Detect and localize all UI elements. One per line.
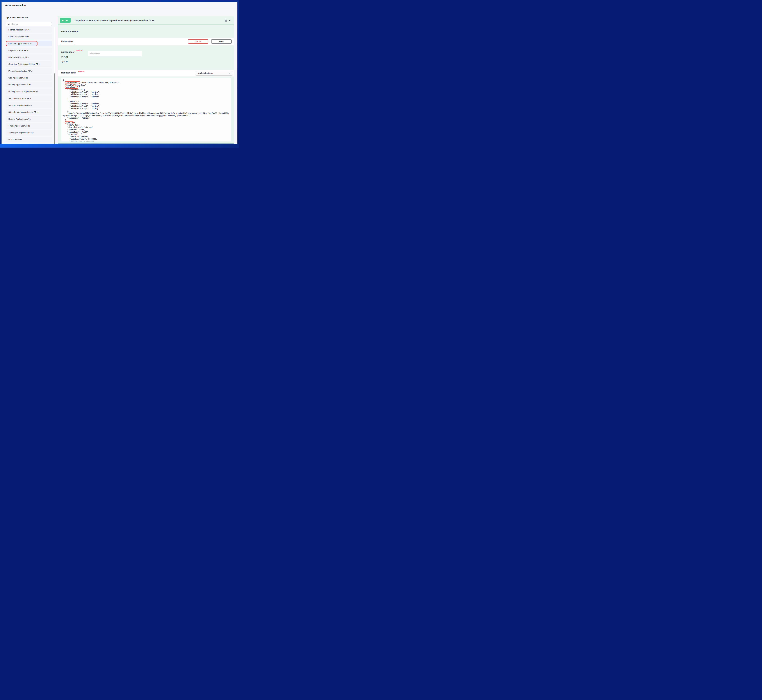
sidebar-item-label: Security Application APIs <box>8 97 31 100</box>
content-type-select[interactable]: application/json <box>196 71 232 75</box>
collapse-chevron-icon[interactable] <box>229 20 231 21</box>
app-header: API Documentation <box>2 2 237 9</box>
sidebar-item-label: Routing Application APIs <box>8 84 31 86</box>
red-highlight-box: "spec": <box>65 122 73 123</box>
namespace-input[interactable] <box>88 51 142 56</box>
sidebar-item-label: Operating System Application APIs <box>8 63 40 65</box>
sidebar-item[interactable]: Fabrics Application APIs <box>6 27 52 33</box>
sidebar-item-label: Timing Application APIs <box>8 125 30 127</box>
sidebar-item[interactable]: Mirror Application APIs <box>6 55 52 60</box>
sidebar-item[interactable]: Site Information Application APIs <box>6 109 52 115</box>
unlock-icon[interactable] <box>224 19 227 22</box>
sidebar-item-label: Protocols Application APIs <box>8 70 32 72</box>
sidebar-item-label: Services Application APIs <box>8 104 31 106</box>
sidebar-item[interactable]: Timing Application APIs <box>6 123 52 129</box>
request-body-label: Request body <box>61 72 76 74</box>
endpoint-path: /apps/interfaces.eda.nokia.com/v1alpha1/… <box>75 19 154 22</box>
sidebar-item-label: Fabrics Application APIs <box>8 29 30 31</box>
parameter-row-namespace: namespace* required string (path) <box>58 45 234 70</box>
sidebar-item-label: Topologies Application APIs <box>8 131 34 134</box>
search-box[interactable] <box>6 22 52 26</box>
sidebar-scrollbar-thumb[interactable] <box>54 73 55 144</box>
reset-button[interactable]: Reset <box>211 39 232 44</box>
sidebar-item[interactable]: Logs Application APIs <box>6 48 52 53</box>
chevron-down-icon <box>228 73 230 74</box>
sidebar-item[interactable]: EDA Core APIs <box>6 137 52 142</box>
red-highlight-box: "apiVersion": <box>65 81 80 84</box>
operation-description: create a Interface <box>58 25 234 38</box>
sidebar-item[interactable]: Operating System Application APIs <box>6 61 52 67</box>
page-title: API Documentation <box>5 4 26 6</box>
content-type-value: application/json <box>198 72 213 74</box>
sidebar-item[interactable]: System Application APIs <box>6 116 52 122</box>
sidebar-item[interactable]: Filters Application APIs <box>6 34 52 39</box>
sidebar-item-label: Routing Policies Application APIs <box>8 91 38 93</box>
sidebar-item-label: Site Information Application APIs <box>8 111 38 113</box>
sidebar-item[interactable]: Routing Application APIs <box>6 82 52 88</box>
search-icon <box>8 23 10 25</box>
parameter-type: string <box>61 56 68 58</box>
sidebar-item-label: EDA Core APIs <box>8 138 22 141</box>
request-body-toolbar: Request body required application/json <box>58 70 234 77</box>
sidebar-item[interactable]: QoS Application APIs <box>6 75 52 81</box>
red-highlight-box: "metadata": <box>65 86 77 88</box>
sidebar-item[interactable]: Routing Policies Application APIs <box>6 89 52 94</box>
parameter-name: namespace* <box>61 50 75 53</box>
sidebar-item[interactable]: Security Application APIs <box>6 95 52 101</box>
sidebar-item[interactable]: Services Application APIs <box>6 102 52 108</box>
sidebar-item-label: System Application APIs <box>8 118 31 120</box>
sidebar-item[interactable]: Topologies Application APIs <box>6 130 52 136</box>
desktop-background: API Documentation Apps and Resources Fab… <box>0 0 239 148</box>
request-body-required-label: required <box>78 70 84 72</box>
sidebar-item-label: QoS Application APIs <box>8 77 28 79</box>
sidebar-item[interactable]: Protocols Application APIs <box>6 68 52 74</box>
request-body-code: { "apiVersion": "interfaces.eda.nokia.co… <box>63 79 230 141</box>
cancel-button[interactable]: Cancel <box>188 39 208 44</box>
sidebar-item-label: Interface Application APIs <box>8 42 32 45</box>
sidebar-item[interactable]: Interface Application APIs <box>6 41 52 46</box>
search-input[interactable] <box>11 23 48 25</box>
parameters-toolbar: Parameters Cancel Reset <box>58 38 234 45</box>
sidebar-heading: Apps and Resources <box>6 16 28 19</box>
api-documentation-window: API Documentation Apps and Resources Fab… <box>2 2 237 144</box>
sidebar-item-label: Mirror Application APIs <box>8 56 29 58</box>
request-body-example-card: { "apiVersion": "interfaces.eda.nokia.co… <box>61 78 231 141</box>
sidebar-item-label: Logs Application APIs <box>8 49 28 52</box>
sidebar-nav: Fabrics Application APIs Filters Applica… <box>6 27 52 144</box>
red-highlight-box: "kind": <box>65 84 73 86</box>
request-body-section: { "apiVersion": "interfaces.eda.nokia.co… <box>58 77 234 144</box>
required-asterisk: * <box>74 50 75 53</box>
required-label: required <box>76 50 83 52</box>
operation-header[interactable]: POST /apps/interfaces.eda.nokia.com/v1al… <box>58 16 234 25</box>
parameter-location: (path) <box>61 61 68 62</box>
method-badge: POST <box>60 18 70 23</box>
post-operation-panel: POST /apps/interfaces.eda.nokia.com/v1al… <box>58 16 234 144</box>
tab-parameters[interactable]: Parameters <box>61 40 73 42</box>
sidebar-item-label: Filters Application APIs <box>8 36 29 38</box>
tab-active-underline <box>60 45 75 45</box>
